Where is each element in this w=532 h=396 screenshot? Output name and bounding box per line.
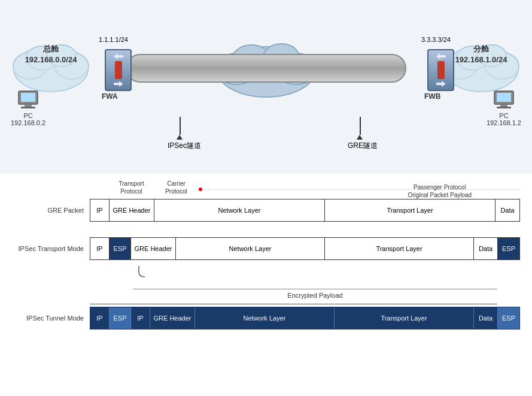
tunnel-brace-row [12, 304, 520, 304]
encrypted-brace-transport [12, 265, 520, 284]
gre-packet-cells: IP GRE Header Network Layer Transport La… [90, 199, 520, 222]
left-cloud: 总舱 192.168.0.0/24 [9, 33, 93, 93]
passenger-protocol-label: Passenger ProtocolOriginal Packet Payloa… [360, 183, 521, 199]
gre-cell-data: Data [495, 199, 519, 221]
right-pc: PC 192.168.1.2 [487, 90, 521, 126]
carrier-protocol-label: CarrierProtocol [154, 180, 199, 195]
ipsec-t-cell-ip: IP [90, 238, 110, 259]
ipsec-tn-cell-ip1: IP [90, 307, 110, 329]
ipsec-tn-cell-net: Network Layer [195, 307, 335, 329]
svg-rect-23 [500, 104, 507, 107]
right-cloud-title: 分舱 [439, 44, 523, 55]
ipsec-tn-cell-trans: Transport Layer [335, 307, 474, 329]
right-pc-label: PC [487, 112, 521, 119]
packet-section: TransportProtocol CarrierProtocol Passen… [0, 174, 532, 340]
left-pc-ip: 192.168.0.2 [11, 119, 45, 126]
ipsec-tunnel-label: IPSec Tunnel Mode [12, 315, 90, 322]
ipsec-tunnel-label: IPSec隧道 [168, 117, 201, 151]
ipsec-tn-cell-esp1: ESP [110, 307, 131, 329]
gre-cell-ip: IP [90, 199, 110, 221]
fwa-ip: 1.1.1.1/24 [99, 36, 128, 43]
gre-cell-network-layer: Network Layer [154, 199, 325, 221]
ipsec-tn-cell-data: Data [474, 307, 498, 329]
fwb-ip: 3.3.3.3/24 [421, 36, 451, 43]
ipsec-transport-cells: IP ESP GRE Header Network Layer Transpor… [90, 237, 520, 260]
gre-cell-gre-header: GRE Header [110, 199, 154, 221]
left-cloud-title: 总舱 [9, 44, 93, 55]
network-diagram: 总舱 192.168.0.0/24 分舱 192.168.1.0/24 Inte… [0, 0, 532, 174]
ipsec-tn-cell-gre: GRE Header [150, 307, 195, 329]
svg-rect-20 [21, 107, 35, 108]
svg-rect-18 [21, 93, 35, 102]
fwa-label: FWA [102, 92, 118, 101]
gre-packet-label: GRE Packet [12, 207, 90, 214]
gre-cell-transport-layer: Transport Layer [325, 199, 495, 221]
encrypted-payload-section: Encrypted Payload [12, 289, 520, 299]
ipsec-t-cell-net: Network Layer [176, 238, 325, 259]
left-cloud-ip: 192.168.0.0/24 [9, 55, 93, 65]
left-pc-label: PC [11, 112, 45, 119]
transport-protocol-label: TransportProtocol [109, 180, 154, 195]
transport-brace-svg [133, 265, 520, 282]
ipsec-t-cell-gre: GRE Header [131, 238, 176, 259]
right-cloud-ip: 192.168.1.0/24 [439, 55, 523, 65]
ipsec-tunnel-row: IPSec Tunnel Mode IP ESP IP GRE Header N… [12, 307, 520, 330]
ipsec-tunnel-cells: IP ESP IP GRE Header Network Layer Trans… [90, 307, 520, 330]
svg-rect-22 [497, 93, 511, 102]
ipsec-transport-label: IPSec Transport Mode [12, 245, 90, 252]
svg-rect-19 [25, 104, 32, 107]
ipsec-t-cell-esp1: ESP [110, 238, 131, 259]
svg-rect-24 [497, 107, 511, 108]
right-pc-ip: 192.168.1.2 [487, 119, 521, 126]
ipsec-tn-cell-esp2: ESP [498, 307, 519, 329]
ipsec-t-cell-trans: Transport Layer [325, 238, 474, 259]
left-pc: PC 192.168.0.2 [11, 90, 45, 126]
ipsec-t-cell-esp2: ESP [498, 238, 519, 259]
ipsec-transport-row: IPSec Transport Mode IP ESP GRE Header N… [12, 237, 520, 260]
gre-tunnel-label: GRE隧道 [348, 117, 378, 151]
tunnel-pipe [126, 54, 406, 83]
encrypted-payload-label: Encrypted Payload [133, 289, 497, 299]
gre-packet-row: GRE Packet IP GRE Header Network Layer T… [12, 199, 520, 222]
ipsec-tn-cell-ip2: IP [131, 307, 150, 329]
fwb-label: FWB [424, 92, 440, 101]
ipsec-t-cell-data: Data [474, 238, 498, 259]
